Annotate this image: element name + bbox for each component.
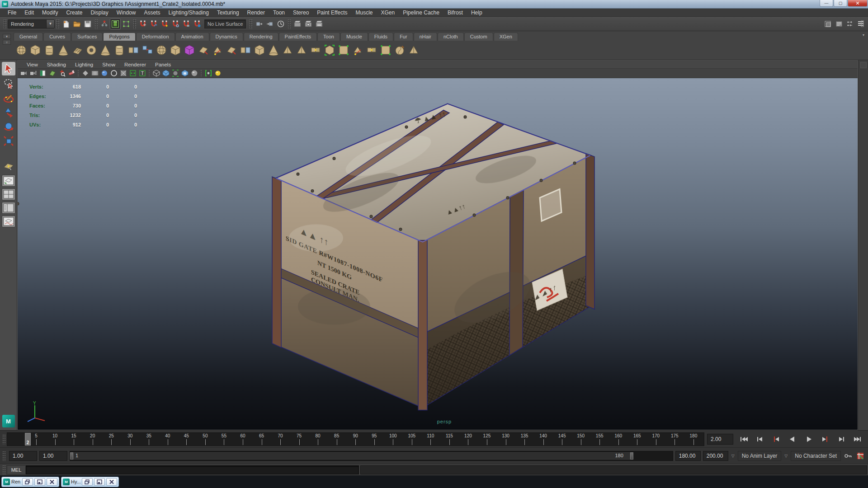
restore-button[interactable]: [82, 478, 93, 486]
shelf-tab-fluids[interactable]: Fluids: [368, 33, 393, 41]
snap-projected-center-icon[interactable]: [170, 19, 181, 29]
shelf-tab-xgen[interactable]: XGen: [494, 33, 518, 41]
menu-set-selector[interactable]: Rendering ▼: [8, 19, 55, 28]
scale-tool[interactable]: [2, 134, 15, 148]
menu-render[interactable]: Render: [243, 9, 269, 17]
shelf-tab-toon[interactable]: Toon: [317, 33, 340, 41]
minimized-window-1[interactable]: MHy...: [61, 477, 119, 487]
grip-handle[interactable]: [2, 465, 5, 475]
poly-merge-icon[interactable]: [309, 43, 322, 57]
step-back-key-button[interactable]: [752, 433, 768, 445]
poly-chamfer-icon[interactable]: [295, 43, 308, 57]
smooth-shade-icon[interactable]: [161, 69, 170, 77]
current-time-field[interactable]: 2.00: [707, 434, 733, 445]
menu-lighting-shading[interactable]: Lighting/Shading: [164, 9, 212, 17]
go-to-start-button[interactable]: [736, 433, 751, 445]
bookmarks-icon[interactable]: [38, 69, 47, 77]
poly-multi-cut-icon[interactable]: [351, 43, 364, 57]
sidebar-expand-icon[interactable]: [860, 62, 867, 68]
perspective-viewport[interactable]: ▲▲ ↑↑ SID GATE R#W1087-1008-NO6F NT 1500…: [18, 78, 858, 430]
rotate-tool[interactable]: [2, 120, 15, 133]
poly-extract-icon[interactable]: [197, 43, 210, 57]
safe-action-icon[interactable]: [119, 69, 128, 77]
poly-separate-icon[interactable]: [141, 43, 154, 57]
menu-paint-effects[interactable]: Paint Effects: [313, 9, 351, 17]
auto-key-icon[interactable]: [843, 451, 853, 460]
go-to-end-button[interactable]: [850, 433, 865, 445]
menu-file[interactable]: File: [4, 9, 20, 17]
command-input-field[interactable]: [26, 465, 359, 474]
panel-menu-shading[interactable]: Shading: [42, 62, 71, 67]
close-button[interactable]: [106, 478, 117, 486]
snap-view-plane-icon[interactable]: [181, 19, 192, 29]
character-set-selector[interactable]: No Character Set: [791, 451, 841, 461]
poly-cube-icon[interactable]: [28, 43, 42, 57]
poly-pyramid-icon[interactable]: [99, 43, 112, 57]
menu-help[interactable]: Help: [467, 9, 486, 17]
animation-end-field[interactable]: 200.00: [703, 451, 728, 461]
snap-curve-icon[interactable]: [148, 19, 159, 29]
grip-handle[interactable]: [94, 19, 98, 29]
attribute-editor-icon[interactable]: [834, 19, 844, 29]
single-pane-layout-button[interactable]: [2, 175, 15, 187]
poly-smooth-icon[interactable]: [169, 43, 182, 57]
menu-bifrost[interactable]: Bifrost: [443, 9, 467, 17]
poly-target-weld-icon[interactable]: [365, 43, 378, 57]
2d-pan-zoom-icon[interactable]: [57, 69, 66, 77]
menu-assets[interactable]: Assets: [140, 9, 164, 17]
poly-cone-icon[interactable]: [57, 43, 70, 57]
minimize-button[interactable]: —: [820, 0, 833, 7]
play-forwards-button[interactable]: [801, 433, 816, 445]
restore-button[interactable]: [22, 478, 33, 486]
poly-torus-icon[interactable]: [85, 43, 98, 57]
new-scene-icon[interactable]: [61, 19, 71, 29]
shelf-tab-animation[interactable]: Animation: [175, 33, 209, 41]
channel-box-icon[interactable]: [855, 19, 866, 29]
construction-history-icon[interactable]: [275, 19, 286, 29]
step-forward-key-button[interactable]: [834, 433, 849, 445]
snap-grid-icon[interactable]: [137, 19, 148, 29]
minimize-button[interactable]: [94, 478, 105, 486]
playback-end-field[interactable]: 180.00: [675, 451, 701, 461]
time-slider[interactable]: 5101520253035404550556065707580859095100…: [7, 432, 704, 446]
render-settings-icon[interactable]: [314, 19, 325, 29]
range-start-handle[interactable]: [70, 452, 73, 460]
field-chart-icon[interactable]: [109, 69, 118, 77]
select-object-icon[interactable]: [110, 19, 121, 29]
move-tool[interactable]: [2, 105, 15, 119]
menu-stereo[interactable]: Stereo: [289, 9, 313, 17]
poly-combine-icon[interactable]: [155, 43, 168, 57]
wireframe-on-shaded-icon[interactable]: [171, 69, 180, 77]
menu-edit[interactable]: Edit: [20, 9, 38, 17]
shelf-tab-fur[interactable]: Fur: [394, 33, 413, 41]
wireframe-icon[interactable]: [152, 69, 161, 77]
lasso-tool[interactable]: [2, 76, 15, 90]
grip-handle[interactable]: [56, 19, 59, 29]
chevron-down-icon[interactable]: ▽: [731, 454, 736, 458]
open-scene-icon[interactable]: [71, 19, 82, 29]
menu-modify[interactable]: Modify: [38, 9, 62, 17]
menu-toon[interactable]: Toon: [269, 9, 289, 17]
shelf-overflow-button[interactable]: ▾: [859, 31, 868, 60]
poly-sculpt-icon[interactable]: [393, 43, 406, 57]
play-backwards-button[interactable]: [785, 433, 800, 445]
output-connections-icon[interactable]: [264, 19, 275, 29]
camera-attributes-icon[interactable]: [29, 69, 38, 77]
save-scene-icon[interactable]: [82, 19, 93, 29]
panel-menu-lighting[interactable]: Lighting: [71, 62, 98, 67]
textured-icon[interactable]: [180, 69, 189, 77]
poly-extrude-icon[interactable]: [253, 43, 266, 57]
shelf-tab-surfaces[interactable]: Surfaces: [71, 33, 103, 41]
shelf-tab-general[interactable]: General: [14, 33, 43, 41]
shelf-tab-polygons[interactable]: Polygons: [103, 33, 135, 41]
grip-handle[interactable]: [2, 434, 5, 444]
four-pane-layout-button[interactable]: [2, 188, 15, 200]
input-connections-icon[interactable]: [254, 19, 264, 29]
playback-start-field[interactable]: 1.00: [39, 451, 67, 461]
make-live-icon[interactable]: [192, 19, 203, 29]
select-camera-icon[interactable]: [19, 69, 28, 77]
render-current-frame-icon[interactable]: [292, 19, 303, 29]
shelf-tab-muscle[interactable]: Muscle: [340, 33, 368, 41]
poly-append-icon[interactable]: [225, 43, 238, 57]
snap-point-icon[interactable]: [159, 19, 170, 29]
